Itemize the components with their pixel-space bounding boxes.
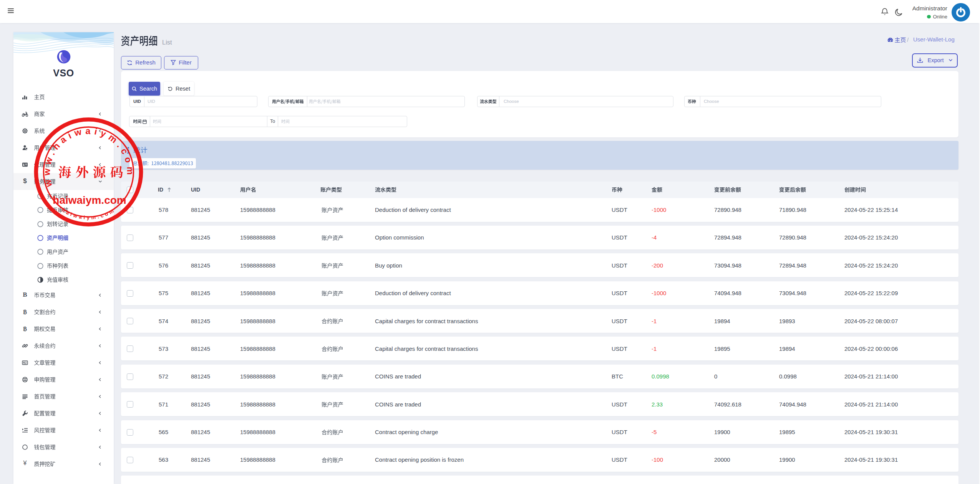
svg-text:B: B: [23, 326, 27, 332]
svg-text:B: B: [23, 309, 27, 315]
